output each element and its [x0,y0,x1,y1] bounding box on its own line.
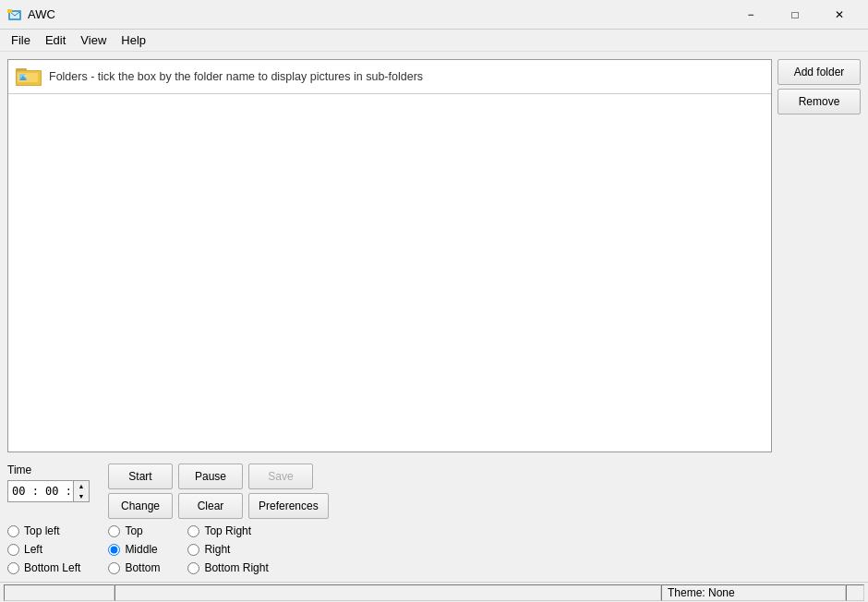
folder-header: Folders - tick the box by the folder nam… [8,60,771,94]
radio-top-left[interactable]: Top left [7,524,80,537]
radio-middle[interactable]: Middle [108,543,160,556]
time-input[interactable] [8,481,73,501]
radio-bottom-right-label: Bottom Right [204,561,268,574]
radio-top-left-label: Top left [24,524,60,537]
menu-bar: File Edit View Help [0,30,868,52]
radio-left[interactable]: Left [7,543,80,556]
controls-section: Time ▲ ▼ Start Pause Save Change Clear P… [7,460,861,523]
app-title: AWC [28,7,55,21]
pause-button[interactable]: Pause [178,464,243,489]
minimize-button[interactable]: − [729,0,772,30]
radio-column-left: Top left Left Bottom Left [7,524,80,574]
title-bar-left: AWC [7,7,55,22]
status-theme: Theme: None [661,584,846,601]
remove-button[interactable]: Remove [778,89,861,114]
radio-top-right-input[interactable] [187,525,199,537]
action-row-top: Start Pause Save [108,464,329,489]
radio-column-middle: Top Middle Bottom [108,524,160,574]
menu-help[interactable]: Help [114,31,153,49]
status-left [4,584,115,601]
radio-right-input[interactable] [187,544,199,556]
radio-bottom-input[interactable] [108,562,120,574]
radio-middle-label: Middle [125,543,157,556]
start-button[interactable]: Start [108,464,173,489]
action-buttons: Start Pause Save Change Clear Preference… [108,464,329,519]
title-bar: AWC − □ ✕ [0,0,868,30]
spin-up-button[interactable]: ▲ [74,481,89,491]
radio-bottom-right-input[interactable] [187,562,199,574]
time-group: Time ▲ ▼ [7,464,90,502]
radio-left-label: Left [24,543,42,556]
radio-groups: Top left Left Bottom Left Top Middle [7,524,861,574]
radio-middle-input[interactable] [108,544,120,556]
time-label: Time [7,464,90,476]
radio-right[interactable]: Right [187,543,268,556]
change-button[interactable]: Change [108,493,173,519]
radio-column-right: Top Right Right Bottom Right [187,524,268,574]
folder-panel: Folders - tick the box by the folder nam… [7,59,772,452]
radio-top[interactable]: Top [108,524,160,537]
radio-right-label: Right [204,543,230,556]
status-middle [115,584,661,601]
radio-bottom-right[interactable]: Bottom Right [187,561,268,574]
app-icon [7,7,22,22]
radio-top-left-input[interactable] [7,525,19,537]
main-content: Folders - tick the box by the folder nam… [0,52,868,582]
maximize-button[interactable]: □ [774,0,816,30]
clear-button[interactable]: Clear [178,493,243,519]
time-spinner: ▲ ▼ [73,481,89,501]
status-bar: Theme: None [0,582,868,602]
radio-left-input[interactable] [7,544,19,556]
radio-top-input[interactable] [108,525,120,537]
folder-body [8,94,771,452]
add-folder-button[interactable]: Add folder [778,59,861,85]
close-button[interactable]: ✕ [818,0,861,30]
svg-point-9 [25,75,28,78]
radio-top-right[interactable]: Top Right [187,524,268,537]
preferences-button[interactable]: Preferences [248,493,329,519]
spin-down-button[interactable]: ▼ [74,491,89,501]
radio-top-label: Top [125,524,142,537]
radio-top-right-label: Top Right [204,524,251,537]
folder-icon [16,66,42,88]
menu-file[interactable]: File [4,31,38,49]
folder-label: Folders - tick the box by the folder nam… [49,70,423,83]
menu-view[interactable]: View [73,31,114,49]
folder-buttons: Add folder Remove [778,59,861,452]
radio-bottom-left-input[interactable] [7,562,19,574]
radio-bottom[interactable]: Bottom [108,561,160,574]
time-input-wrap: ▲ ▼ [7,480,90,502]
menu-edit[interactable]: Edit [38,31,73,49]
status-right [846,584,864,601]
radio-bottom-label: Bottom [125,561,160,574]
radio-bottom-left[interactable]: Bottom Left [7,561,80,574]
window-controls: − □ ✕ [729,0,861,30]
save-button[interactable]: Save [248,464,313,489]
radio-bottom-left-label: Bottom Left [24,561,80,574]
action-row-bottom: Change Clear Preferences [108,493,329,519]
folder-container: Folders - tick the box by the folder nam… [7,59,861,452]
svg-rect-2 [7,9,12,13]
